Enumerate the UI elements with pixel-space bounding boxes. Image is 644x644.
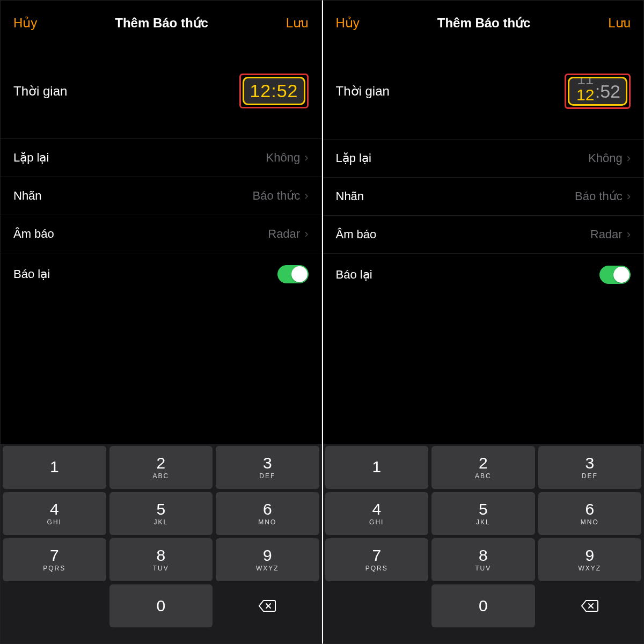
settings-list: Lặp lại Không › Nhãn Báo thức › Âm báo R… (323, 139, 644, 296)
row-sound[interactable]: Âm báo Radar › (323, 215, 644, 253)
key-7[interactable]: 7PQRS (325, 538, 429, 581)
key-3[interactable]: 3DEF (538, 446, 642, 489)
header: Hủy Thêm Báo thức Lưu (1, 1, 321, 43)
row-sound[interactable]: Âm báo Radar › (1, 215, 321, 253)
key-0[interactable]: 0 (109, 584, 213, 627)
key-6[interactable]: 6MNO (538, 492, 642, 535)
key-0[interactable]: 0 (431, 584, 535, 627)
time-value[interactable]: 12:52 (250, 80, 298, 101)
page-title: Thêm Báo thức (437, 16, 531, 31)
repeat-value: Không (266, 151, 301, 165)
page-title: Thêm Báo thức (115, 16, 208, 31)
settings-list: Lặp lại Không › Nhãn Báo thức › Âm báo R… (1, 138, 321, 295)
row-repeat[interactable]: Lặp lại Không › (1, 138, 321, 177)
key-6[interactable]: 6MNO (216, 492, 319, 535)
label-label: Nhãn (13, 189, 42, 203)
key-8[interactable]: 8TUV (109, 538, 213, 581)
chevron-right-icon: › (627, 228, 631, 241)
key-4[interactable]: 4GHI (3, 492, 106, 535)
key-4[interactable]: 4GHI (325, 492, 429, 535)
row-label[interactable]: Nhãn Báo thức › (323, 177, 644, 215)
row-repeat[interactable]: Lặp lại Không › (323, 139, 644, 177)
key-5[interactable]: 5JKL (431, 492, 535, 535)
key-1[interactable]: 1 (3, 446, 106, 489)
snooze-toggle[interactable] (277, 265, 309, 283)
chevron-right-icon: › (627, 151, 631, 165)
repeat-label: Lặp lại (13, 151, 49, 165)
row-snooze: Báo lại (323, 253, 644, 296)
annotation-highlight: 12:52 (239, 74, 308, 108)
key-blank (325, 584, 429, 627)
row-label[interactable]: Nhãn Báo thức › (1, 177, 321, 215)
backspace-icon (258, 599, 276, 612)
annotation-highlight: 11 12 :52 (565, 74, 631, 109)
hour-current: 12 (575, 86, 596, 104)
key-blank (3, 584, 106, 627)
key-8[interactable]: 8TUV (431, 538, 535, 581)
time-label: Thời gian (13, 84, 67, 99)
time-label: Thời gian (336, 84, 390, 99)
snooze-toggle[interactable] (599, 266, 631, 284)
label-value: Báo thức (575, 189, 623, 203)
row-snooze: Báo lại (1, 253, 321, 295)
sound-value: Radar (590, 228, 623, 241)
sound-label: Âm báo (13, 227, 54, 241)
save-button[interactable]: Lưu (608, 16, 631, 31)
repeat-value: Không (588, 151, 623, 165)
key-9[interactable]: 9WXYZ (538, 538, 642, 581)
sound-label: Âm báo (336, 228, 377, 241)
label-label: Nhãn (336, 189, 364, 203)
chevron-right-icon: › (304, 227, 308, 241)
key-2[interactable]: 2ABC (109, 446, 213, 489)
chevron-right-icon: › (304, 151, 308, 165)
label-value: Báo thức (253, 189, 301, 203)
key-delete[interactable] (216, 584, 319, 627)
phone-right: Hủy Thêm Báo thức Lưu Thời gian 11 12 :5… (322, 0, 645, 644)
key-5[interactable]: 5JKL (109, 492, 213, 535)
chevron-right-icon: › (304, 189, 308, 203)
key-7[interactable]: 7PQRS (3, 538, 106, 581)
cancel-button[interactable]: Hủy (336, 16, 360, 31)
key-3[interactable]: 3DEF (216, 446, 319, 489)
sound-value: Radar (268, 227, 300, 241)
phone-left: Hủy Thêm Báo thức Lưu Thời gian 12:52 Lặ… (0, 0, 322, 644)
key-delete[interactable] (538, 584, 642, 627)
time-picker[interactable]: 11 12 :52 (565, 74, 631, 109)
header: Hủy Thêm Báo thức Lưu (323, 1, 644, 43)
snooze-label: Báo lại (336, 268, 372, 282)
hour-wheel[interactable]: 11 12 (575, 80, 596, 102)
backspace-icon (581, 599, 599, 612)
key-1[interactable]: 1 (325, 446, 429, 489)
cancel-button[interactable]: Hủy (13, 16, 37, 31)
time-row: Thời gian 11 12 :52 (323, 43, 644, 139)
numeric-keypad: 1 2ABC 3DEF 4GHI 5JKL 6MNO 7PQRS 8TUV 9W… (1, 444, 321, 630)
numeric-keypad: 1 2ABC 3DEF 4GHI 5JKL 6MNO 7PQRS 8TUV 9W… (323, 444, 644, 630)
snooze-label: Báo lại (13, 267, 50, 281)
chevron-right-icon: › (627, 189, 631, 203)
time-picker[interactable]: 12:52 (239, 74, 308, 108)
minute-value[interactable]: :52 (595, 81, 620, 102)
key-2[interactable]: 2ABC (431, 446, 535, 489)
repeat-label: Lặp lại (336, 151, 371, 165)
time-row: Thời gian 12:52 (1, 43, 321, 138)
key-9[interactable]: 9WXYZ (216, 538, 319, 581)
save-button[interactable]: Lưu (286, 16, 309, 31)
